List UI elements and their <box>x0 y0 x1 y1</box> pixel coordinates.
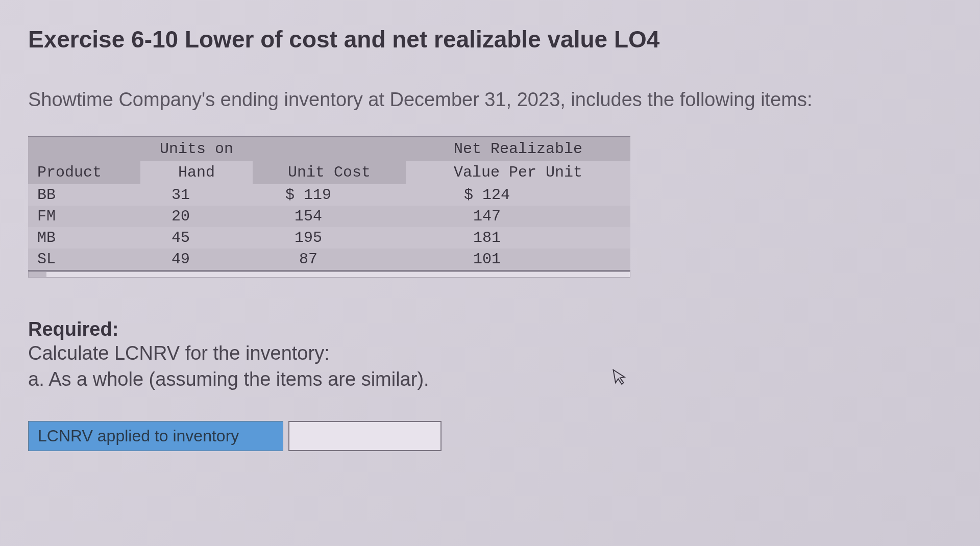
table-row: BB 31 $ 119 $ 124 <box>28 184 630 206</box>
scrollbar-thumb[interactable] <box>29 272 46 277</box>
cell-cost: 87 <box>253 249 406 271</box>
exercise-title: Exercise 6-10 Lower of cost and net real… <box>28 26 952 53</box>
intro-text: Showtime Company's ending inventory at D… <box>28 89 952 111</box>
answer-input[interactable] <box>288 421 442 451</box>
cell-units: 31 <box>140 184 253 206</box>
inventory-table: Product Units on Unit Cost Net Realizabl… <box>28 136 630 278</box>
cell-units: 45 <box>140 227 253 249</box>
answer-label: LCNRV applied to inventory <box>28 421 283 451</box>
cell-product: BB <box>28 184 140 206</box>
table-row: FM 20 154 147 <box>28 206 630 227</box>
cell-units: 20 <box>140 206 253 227</box>
table-row: MB 45 195 181 <box>28 227 630 249</box>
required-line2: a. As a whole (assuming the items are si… <box>28 366 952 392</box>
answer-row: LCNRV applied to inventory <box>28 421 952 451</box>
cell-product: SL <box>28 249 140 271</box>
table-row: SL 49 87 101 <box>28 249 630 271</box>
required-line1: Calculate LCNRV for the inventory: <box>28 340 952 366</box>
cell-cost: $ 119 <box>253 184 406 206</box>
cell-nrv: 181 <box>406 227 630 249</box>
cell-product: MB <box>28 227 140 249</box>
horizontal-scrollbar[interactable] <box>28 271 630 278</box>
col-units-l1: Units on <box>140 137 253 161</box>
col-product: Product <box>28 137 140 184</box>
cell-nrv: 147 <box>406 206 630 227</box>
required-block: Required: Calculate LCNRV for the invent… <box>28 318 952 393</box>
required-label: Required: <box>28 318 952 340</box>
table-body: BB 31 $ 119 $ 124 FM 20 154 147 MB 45 19… <box>28 184 630 271</box>
col-nrv-l1: Net Realizable <box>406 137 630 161</box>
cell-units: 49 <box>140 249 253 271</box>
col-nrv-l2: Value Per Unit <box>406 161 630 184</box>
col-cost: Unit Cost <box>253 137 406 184</box>
cell-cost: 195 <box>253 227 406 249</box>
col-units-l2: Hand <box>140 161 253 184</box>
cell-product: FM <box>28 206 140 227</box>
cell-nrv: $ 124 <box>406 184 630 206</box>
cell-cost: 154 <box>253 206 406 227</box>
cell-nrv: 101 <box>406 249 630 271</box>
